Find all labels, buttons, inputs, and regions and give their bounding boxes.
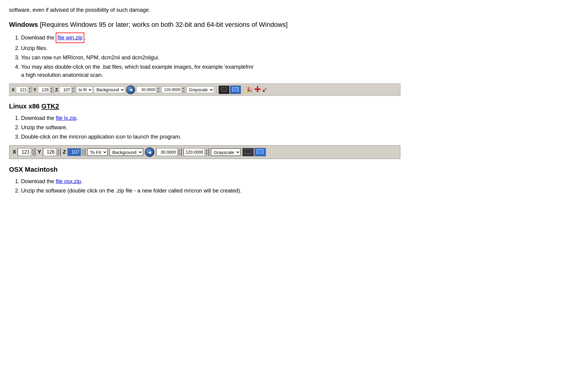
linux-step-1-text-before: Download the: [21, 115, 56, 121]
linux-max-spinners: ▲ ▼: [204, 148, 209, 156]
svg-rect-0: [221, 87, 227, 91]
linux-monitor-icon-blue[interactable]: [254, 148, 266, 156]
windows-zoom-select[interactable]: to fit: [76, 86, 93, 93]
linux-max-spin-up[interactable]: ▲: [204, 148, 209, 152]
linux-colormap-select[interactable]: Grayscale: [211, 148, 241, 156]
windows-z-spin-down[interactable]: ▼: [71, 90, 75, 93]
linux-zoom-select[interactable]: To Fit: [87, 148, 108, 156]
linux-x-input[interactable]: [18, 149, 31, 156]
windows-min-input[interactable]: [137, 87, 156, 93]
windows-min-spin-down[interactable]: ▼: [156, 90, 160, 93]
linux-monitor-icons: [242, 148, 266, 156]
osx-step-2: Unzip the software (double click on the …: [21, 187, 400, 195]
windows-z-label: Z: [55, 87, 59, 92]
linux-z-group: Z ▲ ▼: [62, 148, 86, 156]
windows-x-group: X ▲ ▼: [11, 86, 32, 93]
windows-z-spinners: ▲ ▼: [71, 86, 75, 93]
windows-y-input-group: ▲ ▼: [38, 86, 54, 93]
windows-title-bold: Windows: [9, 21, 38, 28]
windows-y-spin-down[interactable]: ▼: [50, 90, 53, 93]
crosshair-icon[interactable]: ✛: [254, 85, 261, 94]
linux-y-group: Y ▲ ▼: [37, 148, 61, 156]
windows-step-4-cont: a high resolution anatomical scan.: [21, 72, 103, 78]
linux-y-spinners: ▲ ▼: [56, 148, 60, 156]
linux-nav-back-button[interactable]: [145, 147, 154, 157]
windows-max-spin-up[interactable]: ▲: [181, 86, 185, 90]
windows-z-spin-up[interactable]: ▲: [71, 86, 75, 90]
linux-x-spin-up[interactable]: ▲: [31, 148, 35, 152]
linux-monitor-blue-svg: [257, 149, 264, 155]
linux-min-spin-up[interactable]: ▲: [177, 148, 181, 152]
windows-link-highlight-box: file win.zip: [56, 33, 84, 43]
linux-step-1-text-after: .: [76, 115, 78, 121]
windows-background-select[interactable]: Background: [94, 86, 125, 93]
windows-min-spinners: ▲ ▼: [156, 86, 160, 93]
linux-y-input[interactable]: [43, 149, 56, 156]
linux-x-spin-down[interactable]: ▼: [31, 152, 35, 156]
windows-max-spinners: ▲ ▼: [181, 86, 185, 93]
windows-z-input-group: ▲ ▼: [59, 86, 75, 93]
windows-x-spin-down[interactable]: ▼: [28, 90, 31, 93]
windows-section-title: Windows [Requires Windows 95 or later; w…: [9, 20, 400, 30]
windows-step-2: Unzip files.: [21, 44, 400, 52]
linux-background-select[interactable]: Background: [109, 148, 143, 156]
osx-zip-link[interactable]: file osx.zip: [56, 178, 81, 184]
windows-step-3: You can now run MRIcron, NPM, dcm2nii an…: [21, 54, 400, 62]
linux-max-input-group: ▲ ▼: [183, 148, 209, 156]
linux-z-spin-up[interactable]: ▲: [81, 148, 85, 152]
windows-nav-back-button[interactable]: [126, 85, 135, 94]
linux-title-bold: Linux x86: [9, 102, 42, 110]
linux-max-input[interactable]: [184, 149, 204, 156]
windows-max-input-group: ▲ ▼: [161, 86, 185, 93]
linux-z-input-group: ▲ ▼: [67, 148, 86, 156]
linux-z-spin-down[interactable]: ▼: [81, 152, 85, 156]
windows-step-1-text-after: .: [84, 35, 86, 41]
linux-zip-link[interactable]: file lx.zip: [56, 115, 76, 121]
windows-min-input-group: ▲ ▼: [136, 86, 160, 93]
linux-y-spin-down[interactable]: ▼: [56, 152, 60, 156]
linux-y-input-group: ▲ ▼: [43, 148, 61, 156]
toolbar-divider-1: [216, 86, 216, 94]
windows-steps-list: Download the file win.zip. Unzip files. …: [21, 33, 400, 79]
linux-z-input[interactable]: [68, 149, 81, 156]
windows-monitor-icon-blue[interactable]: [230, 86, 241, 94]
windows-y-input[interactable]: [38, 87, 50, 93]
windows-monitor-icon-dark[interactable]: [219, 86, 229, 94]
linux-steps-list: Download the file lx.zip. Unzip the soft…: [21, 114, 400, 141]
linux-min-spin-down[interactable]: ▼: [177, 152, 181, 156]
linux-x-spinners: ▲ ▼: [31, 148, 35, 156]
windows-y-spin-up[interactable]: ▲: [50, 86, 53, 90]
linux-monitor-dark-svg: [244, 149, 252, 155]
windows-zip-link[interactable]: file win.zip: [58, 35, 82, 41]
windows-x-spinners: ▲ ▼: [28, 86, 31, 93]
linux-monitor-icon-dark[interactable]: [242, 148, 254, 156]
linux-toolbar: X ▲ ▼ Y ▲ ▼ Z: [9, 145, 400, 159]
windows-z-input[interactable]: [60, 87, 71, 93]
linux-min-spinners: ▲ ▼: [177, 148, 181, 156]
linux-z-spinners: ▲ ▼: [81, 148, 85, 156]
windows-z-group: Z ▲ ▼: [55, 86, 75, 93]
svg-rect-4: [245, 149, 251, 154]
windows-min-spin-up[interactable]: ▲: [156, 86, 160, 90]
linux-min-input-group: ▲ ▼: [156, 148, 182, 156]
linux-x-input-group: ▲ ▼: [17, 148, 36, 156]
windows-x-input[interactable]: [16, 87, 28, 93]
windows-y-label: Y: [33, 87, 37, 92]
windows-max-spin-down[interactable]: ▼: [181, 90, 185, 93]
osx-section-title: OSX Macintosh: [9, 164, 400, 174]
monitor-blue-svg: [232, 87, 239, 92]
linux-min-input[interactable]: [157, 149, 177, 156]
arrow-icon[interactable]: ↙: [262, 86, 267, 94]
linux-step-3: Double-click on the mricron application …: [21, 133, 400, 141]
osx-steps-list: Download the file osx.zip. Unzip the sof…: [21, 177, 400, 195]
windows-title-rest: [Requires Windows 95 or later; works on …: [38, 21, 288, 28]
svg-rect-7: [259, 154, 261, 155]
linux-max-spin-down[interactable]: ▼: [204, 152, 209, 156]
windows-max-input[interactable]: [162, 87, 181, 93]
windows-x-spin-up[interactable]: ▲: [28, 86, 31, 90]
windows-colormap-select[interactable]: Grayscale: [186, 86, 214, 93]
linux-y-spin-up[interactable]: ▲: [56, 148, 60, 152]
windows-step-1-text-before: Download the: [21, 35, 56, 41]
windows-monitor-icons: [219, 86, 241, 94]
svg-rect-2: [232, 87, 238, 91]
